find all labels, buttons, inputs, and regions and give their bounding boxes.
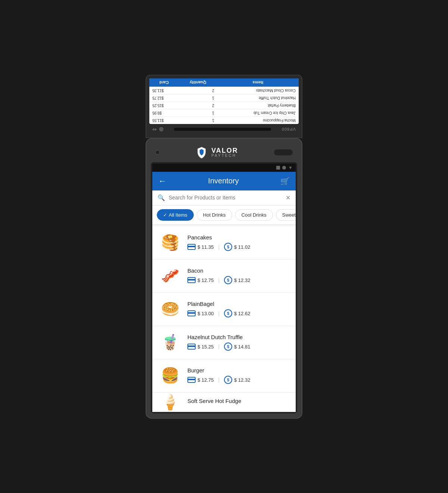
- price-divider: |: [218, 377, 220, 383]
- item-image: 🥯: [158, 297, 182, 321]
- item-prices: $ 13.00 | $ $ 12.62: [187, 309, 290, 317]
- pos-device-header: VALOR PAYTECH: [151, 143, 297, 162]
- item-name: Soft Serve Hot Fudge: [187, 398, 290, 404]
- card-icon: [187, 244, 196, 250]
- wifi-icon: ▼: [288, 165, 293, 170]
- cash-icon: $: [224, 243, 232, 251]
- item-name: Burger: [187, 367, 290, 373]
- card-price: $ 11.35: [187, 244, 214, 250]
- receipt-item-price: $12.75: [149, 94, 179, 102]
- cash-icon: $: [224, 276, 232, 284]
- checkmark-icon: ✓: [163, 212, 167, 218]
- cash-price-value: $ 12.32: [234, 377, 250, 383]
- cash-price: $ $ 14.81: [224, 342, 250, 351]
- receipt-item-price: $15.25: [149, 102, 179, 109]
- card-icon: [187, 377, 196, 383]
- item-image: 🥞: [158, 231, 182, 255]
- item-name: Pancakes: [187, 234, 290, 241]
- receipt-item-price: $11.55: [149, 117, 179, 124]
- cash-icon: $: [224, 342, 232, 351]
- card-price-value: $ 12.75: [197, 277, 214, 283]
- items-list: 🥞 Pancakes $ 11.35 | $: [152, 226, 296, 412]
- item-name: Bacon: [187, 267, 290, 274]
- item-name: Hazelnut Dutch Truffle: [187, 334, 290, 340]
- receipt-item-qty: 2: [179, 102, 217, 109]
- card-price: $ 12.75: [187, 277, 214, 283]
- terminal-circle-icon: [159, 127, 164, 131]
- screen-container: ▼ ← Inventory 🛒 🔍 ✕: [151, 162, 297, 413]
- item-info: Soft Serve Hot Fudge: [187, 398, 290, 406]
- truffle-emoji: 🧋: [161, 334, 180, 351]
- card-price: $ 13.00: [187, 310, 214, 316]
- brand-logo: VALOR PAYTECH: [196, 146, 238, 158]
- list-item[interactable]: 🥞 Pancakes $ 11.35 | $: [152, 226, 296, 260]
- app-topbar: ← Inventory 🛒: [152, 172, 296, 190]
- receipt-item-name: Blueberry Parfait: [217, 102, 299, 109]
- receipt-item-price: $9.95: [149, 109, 179, 117]
- cash-price: $ $ 12.32: [224, 376, 250, 384]
- receipt-item-qty: 1: [179, 94, 217, 102]
- price-divider: |: [218, 244, 220, 250]
- receipt-item-name: Hazelnut Dutch Truffle: [217, 94, 299, 102]
- list-item[interactable]: 🥓 Bacon $ 12.75 | $: [152, 260, 296, 293]
- cart-button[interactable]: 🛒: [280, 177, 290, 186]
- item-image: 🍦: [158, 393, 182, 412]
- receipt-item-qty: 1: [179, 117, 217, 124]
- logo-text: VALOR PAYTECH: [211, 147, 238, 158]
- app-screen: ← Inventory 🛒 🔍 ✕ ✓ All Items Hot D: [152, 172, 296, 412]
- receipt-col-items: Items: [217, 78, 299, 87]
- list-item[interactable]: 🍦 Soft Serve Hot Fudge: [152, 393, 296, 412]
- burger-emoji: 🍔: [161, 367, 180, 384]
- cash-price: $ $ 11.02: [224, 243, 250, 251]
- pos-device: VALOR PAYTECH ▼ ← Inventory 🛒: [146, 138, 302, 419]
- item-prices: $ 11.35 | $ $ 11.02: [187, 243, 290, 251]
- card-price-value: $ 15.25: [197, 344, 214, 350]
- back-button[interactable]: ←: [158, 176, 167, 186]
- bagel-emoji: 🥯: [161, 300, 180, 318]
- item-info: Pancakes $ 11.35 | $ $ 11.02: [187, 234, 290, 251]
- status-bar: ▼: [152, 164, 296, 172]
- price-divider: |: [218, 310, 220, 316]
- item-image: 🍔: [158, 364, 182, 388]
- receipt-item-qty: 1: [179, 109, 217, 117]
- list-item[interactable]: 🍔 Burger $ 12.75 | $: [152, 359, 296, 393]
- receipt-item-name: Java Chip Ice Cream Tub: [217, 109, 299, 117]
- speaker: [274, 149, 293, 155]
- item-image: 🧋: [158, 331, 182, 354]
- tab-cool-drinks[interactable]: Cool Drinks: [235, 209, 273, 221]
- receipt-terminal-controls: ⇔ VP800: [149, 124, 299, 134]
- price-divider: |: [218, 277, 220, 283]
- pancakes-emoji: 🥞: [161, 234, 180, 251]
- receipt-table: Mocha Frappuccino 1 $11.55 Java Chip Ice…: [149, 78, 299, 124]
- tab-all-items[interactable]: ✓ All Items: [157, 209, 194, 221]
- card-price: $ 12.75: [187, 377, 214, 383]
- brand-name: VALOR: [211, 147, 238, 154]
- camera: [155, 150, 160, 155]
- cash-price: $ $ 12.32: [224, 276, 250, 284]
- card-price: $ 15.25: [187, 344, 214, 350]
- signal-icon: [276, 166, 280, 170]
- page-title: Inventory: [208, 177, 239, 185]
- receipt-item-price: $11.35: [149, 87, 179, 94]
- item-prices: $ 15.25 | $ $ 14.81: [187, 342, 290, 351]
- cash-price-value: $ 11.02: [234, 244, 250, 250]
- list-item[interactable]: 🧋 Hazelnut Dutch Truffle $ 15.25 |: [152, 326, 296, 359]
- item-info: PlainBagel $ 13.00 | $ $ 12.62: [187, 301, 290, 317]
- card-price-value: $ 13.00: [197, 311, 214, 316]
- tab-hot-drinks[interactable]: Hot Drinks: [197, 209, 232, 221]
- cash-icon: $: [224, 376, 232, 384]
- card-icon: [187, 344, 196, 350]
- card-price-value: $ 12.75: [197, 377, 214, 383]
- item-prices: $ 12.75 | $ $ 12.32: [187, 276, 290, 284]
- receipt-terminal: Mocha Frappuccino 1 $11.55 Java Chip Ice…: [146, 75, 302, 138]
- price-divider: |: [218, 344, 220, 350]
- receipt-item-name: Cocoa Cloud Macchiato: [217, 87, 299, 94]
- list-item[interactable]: 🥯 PlainBagel $ 13.00 |: [152, 293, 296, 326]
- tab-sweet-bakery[interactable]: Sweet Bakery: [276, 209, 296, 221]
- clear-button[interactable]: ✕: [286, 194, 290, 201]
- receipt-item-qty: 2: [179, 87, 217, 94]
- search-input[interactable]: [169, 195, 282, 201]
- terminal-model: VP800: [281, 127, 296, 131]
- shield-icon: [196, 146, 208, 158]
- brand-subtitle: PAYTECH: [211, 154, 238, 158]
